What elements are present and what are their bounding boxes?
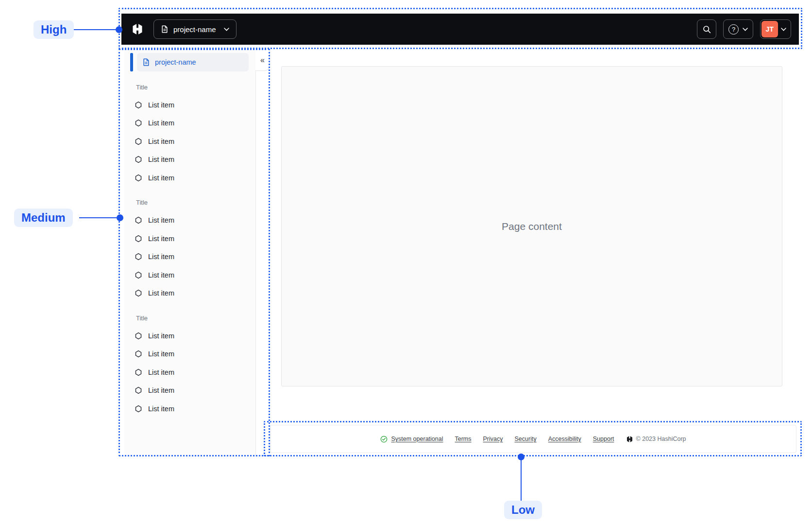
chevron-down-icon xyxy=(781,28,786,31)
sidebar-list-item[interactable]: List item xyxy=(124,266,255,284)
help-menu-button[interactable]: ? xyxy=(723,19,753,39)
annotation-label-low: Low xyxy=(504,501,542,519)
sidebar-list-item[interactable]: List item xyxy=(124,114,255,133)
top-navbar: project-name ? JT xyxy=(121,14,799,45)
collapse-sidebar-button[interactable]: « xyxy=(255,50,270,71)
list-item-label: List item xyxy=(148,119,174,127)
list-item-label: List item xyxy=(148,174,174,182)
hexagon-icon xyxy=(135,368,142,376)
annotation-label-high: High xyxy=(34,20,74,39)
annotation-dot-high xyxy=(116,26,122,33)
sidebar-list-item[interactable]: List item xyxy=(124,400,255,418)
list-item-label: List item xyxy=(148,156,174,163)
list-item-label: List item xyxy=(148,332,174,340)
hexagon-icon xyxy=(135,253,142,261)
list-item-label: List item xyxy=(148,271,174,279)
hexagon-icon xyxy=(135,289,142,297)
avatar: JT xyxy=(761,21,778,37)
chevron-down-icon xyxy=(743,28,748,31)
sidebar-section-title: Title xyxy=(124,82,255,92)
list-item-label: List item xyxy=(148,289,174,297)
active-item-indicator xyxy=(130,53,133,71)
hashicorp-logo-icon xyxy=(626,436,633,443)
footer-link-support[interactable]: Support xyxy=(593,436,614,442)
footer-link-security[interactable]: Security xyxy=(515,436,537,442)
hexagon-icon xyxy=(135,174,142,182)
sidebar-list-item[interactable]: List item xyxy=(124,345,255,364)
annotation-dot-medium xyxy=(117,214,123,221)
hexagon-icon xyxy=(135,271,142,279)
sidebar-item-project-name[interactable]: project-name xyxy=(137,53,249,71)
footer: System operational Terms Privacy Securit… xyxy=(270,425,796,453)
status-link[interactable]: System operational xyxy=(391,436,443,442)
hexagon-icon xyxy=(135,216,142,224)
search-icon xyxy=(703,25,711,34)
sidebar-list-item[interactable]: List item xyxy=(124,229,255,248)
sidebar-section: Title List item List item List item List… xyxy=(124,82,255,187)
sidebar-section-title: Title xyxy=(124,198,255,208)
sidebar-list-item[interactable]: List item xyxy=(124,211,255,230)
check-circle-icon xyxy=(380,436,388,443)
list-item-label: List item xyxy=(148,253,174,261)
sidebar-list-item[interactable]: List item xyxy=(124,363,255,382)
list-item-label: List item xyxy=(148,101,174,109)
document-icon xyxy=(142,58,150,66)
project-switcher-label: project-name xyxy=(173,25,216,34)
hexagon-icon xyxy=(135,235,142,243)
page-canvas: project-name ? JT xyxy=(0,0,812,524)
list-item-label: List item xyxy=(148,138,174,145)
copyright-text: © 2023 HashiCorp xyxy=(636,436,686,442)
annotation-dot-low xyxy=(518,454,524,460)
sidebar-list-item[interactable]: List item xyxy=(124,151,255,169)
list-item-label: List item xyxy=(148,216,174,224)
chevron-down-icon xyxy=(224,28,229,31)
footer-link-privacy[interactable]: Privacy xyxy=(483,436,503,442)
main-content-panel: Page content xyxy=(281,66,782,386)
sidebar-active-label: project-name xyxy=(155,58,196,66)
hexagon-icon xyxy=(135,119,142,127)
sidebar-list-item[interactable]: List item xyxy=(124,327,255,345)
hexagon-icon xyxy=(135,332,142,340)
sidebar-list-item[interactable]: List item xyxy=(124,169,255,187)
page-content-placeholder: Page content xyxy=(502,221,562,232)
hexagon-icon xyxy=(135,386,142,394)
sidebar-list-item[interactable]: List item xyxy=(124,132,255,151)
search-button[interactable] xyxy=(697,19,716,39)
hexagon-icon xyxy=(135,138,142,145)
hexagon-icon xyxy=(135,101,142,109)
sidebar: project-name Title List item List item L… xyxy=(124,50,256,456)
hexagon-icon xyxy=(135,405,142,413)
sidebar-section: Title List item List item List item List… xyxy=(124,313,255,418)
project-switcher-button[interactable]: project-name xyxy=(153,19,237,39)
footer-link-terms[interactable]: Terms xyxy=(455,436,471,442)
sidebar-section-title: Title xyxy=(124,313,255,323)
list-item-label: List item xyxy=(148,235,174,243)
sidebar-list-item[interactable]: List item xyxy=(124,382,255,400)
annotation-label-medium: Medium xyxy=(14,209,73,227)
list-item-label: List item xyxy=(148,386,174,394)
annotation-connector-high xyxy=(74,29,119,31)
list-item-label: List item xyxy=(148,405,174,413)
help-icon: ? xyxy=(728,24,739,35)
sidebar-list-item[interactable]: List item xyxy=(124,284,255,303)
user-menu-button[interactable]: JT xyxy=(760,19,791,39)
annotation-connector-low xyxy=(521,457,522,501)
sidebar-list-item[interactable]: List item xyxy=(124,96,255,114)
list-item-label: List item xyxy=(148,368,174,376)
hexagon-icon xyxy=(135,156,142,163)
sidebar-section: Title List item List item List item List… xyxy=(124,198,255,303)
copyright: © 2023 HashiCorp xyxy=(626,436,686,443)
list-item-label: List item xyxy=(148,350,174,358)
document-icon xyxy=(161,25,169,33)
annotation-connector-medium xyxy=(79,217,120,219)
hashicorp-logo-icon[interactable] xyxy=(129,19,146,39)
footer-link-accessibility[interactable]: Accessibility xyxy=(548,436,581,442)
hexagon-icon xyxy=(135,350,142,358)
system-status: System operational xyxy=(380,436,443,443)
collapse-sidebar-icon: « xyxy=(260,56,265,65)
sidebar-list-item[interactable]: List item xyxy=(124,248,255,266)
